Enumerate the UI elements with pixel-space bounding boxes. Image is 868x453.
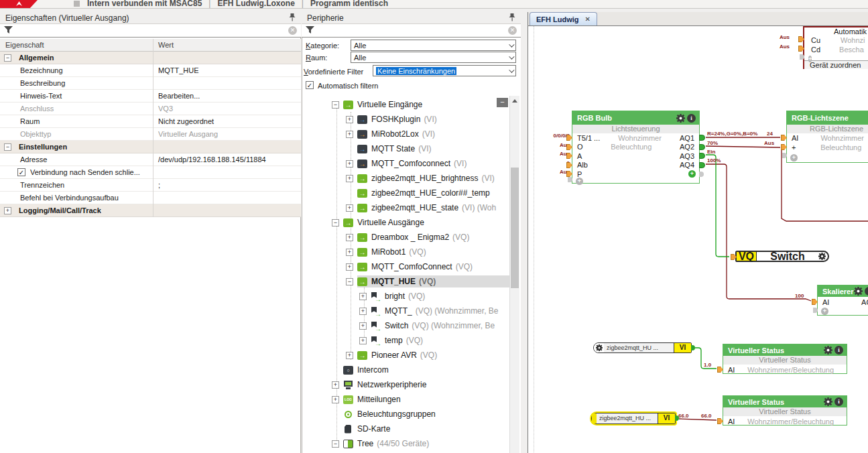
property-row-trennzeichen[interactable]: Trennzeichen; — [0, 179, 301, 192]
tree-item-sd-karte[interactable]: SD-Karte — [302, 422, 509, 436]
add-input-icon[interactable] — [821, 308, 828, 315]
scrollbar-thumb[interactable] — [511, 168, 519, 288]
tree-item-zigbee-state[interactable]: zigbee2mqtt_HUE_state(VI) (Woh — [302, 200, 509, 215]
expand-icon[interactable] — [359, 308, 367, 315]
tree-item-mqtt-comfoconnect-vi[interactable]: MQTT_Comfoconnect(VI) — [302, 156, 509, 171]
program-canvas[interactable]: R=24%,G=0%,B=0% 24 70% Aus Ein 100% 100 … — [528, 25, 868, 453]
tree-item-dreambox[interactable]: Dreambox _ Enigma2(VQ) — [302, 230, 509, 245]
tree-item-zigbee-brightness[interactable]: zigbee2mqtt_HUE_brightness(VI) — [302, 171, 509, 186]
virtueller-status-block-1[interactable]: Virtueller Status Virtueller Status AIWo… — [723, 344, 847, 374]
input-connector[interactable] — [566, 153, 572, 159]
collapse-icon[interactable] — [332, 219, 339, 226]
tree-item-mqtt-state[interactable]: MQTT State(VI) — [302, 141, 509, 156]
output-connector[interactable] — [699, 144, 705, 150]
pin-icon[interactable] — [509, 13, 515, 23]
property-group-logging[interactable]: Logging/Mail/Call/Track — [0, 204, 301, 217]
clear-filter-icon[interactable] — [288, 26, 297, 35]
clear-filter-icon[interactable] — [508, 26, 517, 35]
expand-icon[interactable] — [359, 322, 367, 330]
add-output-icon[interactable] — [688, 170, 696, 178]
expand-icon[interactable] — [346, 116, 353, 123]
property-group-einstellungen[interactable]: Einstellungen — [0, 141, 301, 153]
gear-icon[interactable] — [818, 253, 826, 260]
tree-item-foshkplugin[interactable]: FOSHKplugin(VI) — [302, 112, 509, 127]
tree-item-mqtt-cmd[interactable]: MQTT_(VQ) (Wohnzimmer, Be — [302, 304, 509, 318]
vi-pill-zigbee2mqtt-1[interactable]: zigbee2mqtt_HU ... VI — [593, 342, 692, 353]
property-row-befehl-verbindungsaufbau[interactable]: Befehl bei Verbindungsaufbau — [0, 192, 301, 204]
collapse-group-icon[interactable] — [4, 143, 11, 151]
tree-item-netzwerkperipherie[interactable]: Netzwerkperipherie — [302, 377, 509, 392]
input-connector[interactable] — [798, 46, 804, 52]
assign-device-button[interactable]: Gerät zuordnen — [804, 60, 868, 69]
tree-item-virtuelle-ausgaenge[interactable]: Virtuelle Ausgänge — [302, 215, 509, 230]
expand-icon[interactable] — [359, 337, 367, 344]
pin-icon[interactable] — [289, 13, 296, 23]
automatik-block[interactable]: Automatik CuWohnzi CdBescha Gerät zuordn… — [803, 26, 868, 69]
expand-icon[interactable] — [346, 204, 353, 212]
tree-item-intercom[interactable]: Intercom — [302, 363, 509, 377]
gear-icon[interactable] — [824, 346, 832, 354]
collapse-icon[interactable] — [332, 440, 339, 448]
raum-dropdown[interactable]: Alle — [351, 52, 516, 63]
tree-item-mqtt-hue[interactable]: MQTT_HUE(VQ) — [302, 274, 509, 289]
block-header[interactable]: RGB Bulb — [572, 111, 699, 125]
input-connector[interactable] — [812, 299, 818, 305]
add-input-icon[interactable] — [576, 178, 583, 185]
gear-icon[interactable] — [824, 397, 832, 406]
property-row-hinweis-text[interactable]: Hinweis-TextBearbeiten... — [0, 90, 301, 103]
collapse-icon[interactable] — [346, 278, 353, 285]
tab-efh-ludwig[interactable]: EFH Ludwig — [530, 12, 597, 25]
tree-item-pioneer-avr[interactable]: Pioneer AVR(VQ) — [302, 348, 509, 363]
tree-item-mitteilungen[interactable]: Mitteilungen — [302, 392, 509, 407]
tree-item-bright[interactable]: bright(VQ) — [302, 289, 509, 304]
expand-icon[interactable] — [332, 396, 339, 403]
rgb-bulb-block[interactable]: RGB Bulb Lichtsteuerung T5/1 ...Wohnzimm… — [572, 111, 700, 184]
close-tab-icon[interactable] — [585, 15, 591, 23]
input-connector[interactable] — [731, 254, 737, 260]
periphery-filter-row[interactable] — [302, 23, 521, 38]
block-header[interactable]: Virtueller Status — [723, 396, 847, 407]
input-connector[interactable] — [798, 36, 804, 42]
input-connector[interactable] — [566, 144, 572, 150]
property-row-bezeichnung[interactable]: BezeichnungMQTT_HUE — [0, 64, 301, 77]
property-group-allgemein[interactable]: Allgemein — [0, 52, 301, 64]
output-connector[interactable] — [691, 345, 695, 350]
property-row-beschreibung[interactable]: Beschreibung — [0, 77, 301, 90]
info-icon[interactable] — [865, 287, 868, 296]
spare-connector[interactable] — [800, 54, 804, 60]
spare-connector[interactable] — [813, 308, 818, 313]
info-icon[interactable] — [834, 397, 843, 406]
expand-icon[interactable] — [346, 160, 353, 168]
tree-item-mqtt-comfoconnect-vq[interactable]: MQTT_ComfoConnect(VQ) — [302, 259, 509, 274]
expand-icon[interactable] — [346, 175, 353, 182]
gear-icon[interactable] — [854, 287, 863, 296]
input-connector[interactable] — [717, 418, 723, 424]
skalierer-block[interactable]: Skalierer AIAQ — [817, 285, 868, 316]
spare-connector[interactable] — [699, 172, 704, 177]
spare-connector[interactable] — [568, 177, 572, 182]
collapse-group-icon[interactable] — [4, 54, 11, 62]
block-header[interactable]: Skalierer — [818, 285, 868, 297]
expand-icon[interactable] — [359, 293, 367, 300]
input-connector[interactable] — [717, 367, 723, 373]
vordefinierte-filter-dropdown[interactable]: Keine Einschränkungen — [373, 65, 516, 76]
gear-icon[interactable] — [676, 114, 685, 123]
checkbox-verbindung-schliessen[interactable] — [17, 168, 25, 176]
expand-icon[interactable] — [346, 131, 353, 138]
output-connector[interactable] — [699, 162, 705, 168]
property-row-verbindung-schliessen[interactable]: Verbindung nach Senden schlie... — [0, 166, 301, 179]
tree-item-mirobot2lox[interactable]: MiRobot2Lox(VI) — [302, 127, 509, 141]
output-connector[interactable] — [699, 135, 705, 141]
properties-filter-row[interactable] — [0, 23, 301, 38]
input-connector[interactable] — [566, 162, 572, 168]
output-connector[interactable] — [675, 415, 679, 421]
tree-item-virtuelle-eingaenge[interactable]: Virtuelle Eingänge — [302, 97, 509, 112]
autofilter-checkbox[interactable] — [306, 81, 314, 89]
tree-item-zigbee-color-temp[interactable]: zigbee2mqtt_HUE_color##_temp — [302, 186, 509, 200]
tree-item-tree-bus[interactable]: Tree(44/50 Geräte) — [302, 436, 509, 451]
scroll-up-icon[interactable] — [512, 99, 517, 103]
tree-item-switch-cmd[interactable]: Switch(VQ) (Wohnzimmer, Be — [302, 318, 509, 333]
block-header[interactable]: RGB-Lichtszene — [787, 111, 868, 125]
info-icon[interactable] — [834, 346, 843, 354]
property-row-raum[interactable]: RaumNicht zugeordnet — [0, 115, 301, 128]
